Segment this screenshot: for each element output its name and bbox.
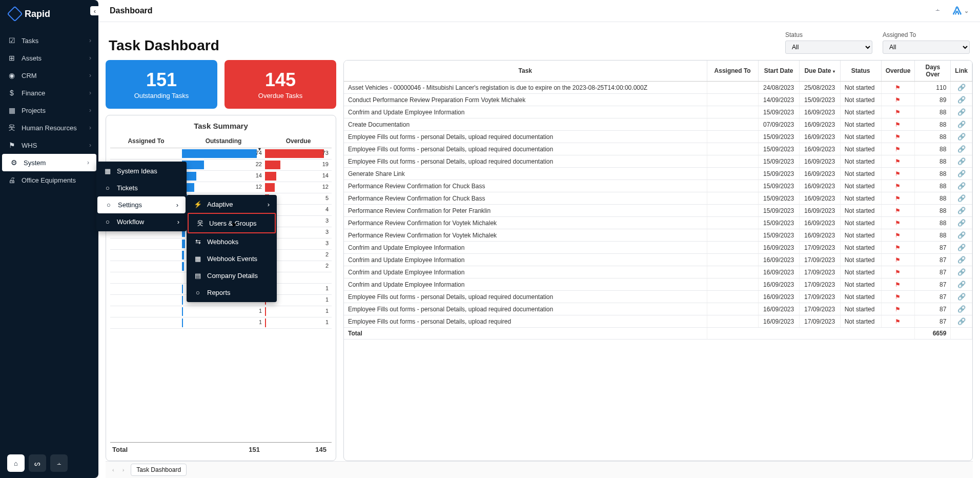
filters: Status All Assigned To All (785, 31, 970, 54)
chevron-right-icon: › (89, 89, 91, 96)
col-overdue[interactable]: Overdue (265, 134, 332, 148)
link-icon[interactable]: 🔗 (957, 133, 966, 141)
bookmark-button[interactable]: ⫠ (50, 454, 68, 472)
table-row[interactable]: Confrim and Update Employee Information1… (344, 242, 972, 254)
filter-status: Status All (785, 31, 872, 54)
bookmark-outline-icon[interactable]: ⫠ (934, 6, 945, 16)
table-row[interactable]: Employee Fills out forms - personal Deta… (344, 291, 972, 303)
card-overdue[interactable]: 145 Overdue Tasks (224, 60, 336, 109)
submenu-item-system-ideas[interactable]: ▦System Ideas (96, 163, 187, 180)
table-header[interactable]: Days Over (915, 61, 951, 82)
sidebar-item-hr[interactable]: 웃Human Resources› (0, 119, 98, 136)
brand-logo-icon[interactable]: ⩓ ⌄ (952, 4, 969, 17)
link-icon[interactable]: 🔗 (957, 268, 966, 276)
chevron-right-icon: › (87, 159, 89, 166)
link-icon[interactable]: 🔗 (957, 96, 966, 104)
table-row[interactable]: Performance Review Confirmation for Voyt… (344, 229, 972, 242)
tab-prev-button[interactable]: ‹ (111, 467, 116, 473)
sidebar-nav: ☑Tasks› ⊞Assets› ◉CRM› $Finance› ▦Projec… (0, 28, 98, 448)
bottom-tabs: ‹ › Task Dashboard (106, 461, 973, 478)
link-icon[interactable]: 🔗 (957, 145, 966, 153)
col-outstanding[interactable]: Outstanding▼ (182, 134, 265, 148)
sidebar-item-whs[interactable]: ⚑WHS› (0, 136, 98, 154)
link-icon[interactable]: 🔗 (957, 108, 966, 116)
table-row[interactable]: Performance Review Confirmation for Chuc… (344, 192, 972, 205)
sidebar-item-tasks[interactable]: ☑Tasks› (0, 32, 98, 49)
table-row[interactable]: Generate Share Link15/09/202316/09/2023N… (344, 168, 972, 180)
link-icon[interactable]: 🔗 (957, 219, 966, 227)
link-icon[interactable]: 🔗 (957, 182, 966, 190)
table-row[interactable]: Conduct Performance Review Preparation F… (344, 94, 972, 106)
link-icon[interactable]: 🔗 (957, 194, 966, 202)
link-icon[interactable]: 🔗 (957, 305, 966, 313)
topbar: Dashboard ⫠ ⩓ ⌄ (98, 0, 980, 22)
table-total-row: Total 6659 (344, 328, 972, 340)
flag-icon: ⚑ (895, 158, 901, 165)
link-icon[interactable]: 🔗 (957, 157, 966, 165)
tab-task-dashboard[interactable]: Task Dashboard (131, 464, 187, 476)
submenu-item-workflow[interactable]: ○Workflow› (96, 213, 187, 230)
link-icon[interactable]: 🔗 (957, 170, 966, 177)
table-row[interactable]: Confrim and Update Employee Information1… (344, 254, 972, 266)
table-row[interactable]: Performance Review Confirmation for Chuc… (344, 180, 972, 192)
table-row[interactable]: Performance Review Confirmation for Voyt… (344, 217, 972, 229)
flag-icon: ⚑ (895, 133, 901, 141)
table-row[interactable]: Employee Fills out forms - personal Deta… (344, 131, 972, 143)
submenu-item-tickets[interactable]: ○Tickets (96, 180, 187, 196)
sidebar-collapse-button[interactable]: ‹ (90, 6, 99, 15)
home-button[interactable]: ⌂ (7, 454, 25, 472)
filter-assigned-select[interactable]: All (883, 41, 970, 54)
sidebar-item-office-equip[interactable]: 🖨Office Equipments (0, 171, 98, 189)
company-icon: ▤ (194, 272, 202, 280)
sidebar-item-assets[interactable]: ⊞Assets› (0, 49, 98, 67)
adaptive-icon: ⚡ (194, 201, 202, 208)
filter-status-select[interactable]: All (785, 41, 872, 54)
logo-text: Rapid (25, 9, 50, 19)
sidebar-item-system[interactable]: ⚙System› (2, 154, 96, 171)
table-header[interactable]: Task (344, 61, 707, 82)
col-assigned[interactable]: Assigned To (110, 134, 182, 148)
card-outstanding[interactable]: 151 Outstanding Tasks (106, 60, 217, 109)
link-icon[interactable]: 🔗 (957, 293, 966, 301)
submenu-item-reports[interactable]: ○Reports (187, 284, 277, 301)
table-row[interactable]: Employee Fills out forms - personal Deta… (344, 315, 972, 328)
table-row[interactable]: Employee Fills out forms - personal Deta… (344, 155, 972, 168)
table-header[interactable]: Overdue (881, 61, 915, 82)
sidebar-item-crm[interactable]: ◉CRM› (0, 67, 98, 84)
submenu-item-webhooks[interactable]: ⇆Webhooks (187, 233, 277, 250)
link-icon[interactable]: 🔗 (957, 244, 966, 251)
link-icon[interactable]: 🔗 (957, 121, 966, 128)
table-row[interactable]: Confrim and Update Employee Information1… (344, 106, 972, 118)
table-row[interactable]: Employee Fills out forms - personal Deta… (344, 143, 972, 155)
link-icon[interactable]: 🔗 (957, 256, 966, 264)
table-header[interactable]: Status (840, 61, 881, 82)
sidebar-item-finance[interactable]: $Finance› (0, 84, 98, 102)
table-header[interactable]: Start Date (758, 61, 799, 82)
table-row[interactable]: Performance Review Confirmation for Pete… (344, 205, 972, 217)
table-header[interactable]: Link (951, 61, 972, 82)
flag-icon: ⚑ (895, 121, 901, 128)
link-icon[interactable]: 🔗 (957, 207, 966, 214)
link-icon[interactable]: 🔗 (957, 317, 966, 325)
whs-icon: ⚑ (7, 141, 16, 150)
submenu-item-adaptive[interactable]: ⚡Adaptive› (187, 196, 277, 213)
tab-next-button[interactable]: › (121, 467, 126, 473)
link-icon[interactable]: 🔗 (957, 281, 966, 288)
table-scroll[interactable]: TaskAssigned ToStart DateDue Date ▾Statu… (344, 61, 972, 461)
link-icon[interactable]: 🔗 (957, 231, 966, 239)
submenu-item-settings[interactable]: ○Settings› (97, 196, 186, 213)
sidebar-item-projects[interactable]: ▦Projects› (0, 102, 98, 119)
link-icon[interactable]: 🔗 (957, 84, 966, 91)
task-table-panel: TaskAssigned ToStart DateDue Date ▾Statu… (343, 60, 973, 461)
submenu-item-webhook-events[interactable]: ▦Webhook Events (187, 250, 277, 267)
table-row[interactable]: Confrim and Update Employee Information1… (344, 266, 972, 278)
table-header[interactable]: Due Date ▾ (799, 61, 840, 82)
table-header[interactable]: Assigned To (707, 61, 758, 82)
sitemap-button[interactable]: ᔕ (29, 454, 46, 472)
table-row[interactable]: Asset Vehicles - 00000046 - Mitsubishi L… (344, 82, 972, 94)
submenu-item-company-details[interactable]: ▤Company Details (187, 267, 277, 284)
events-icon: ▦ (194, 255, 202, 263)
table-row[interactable]: Employee Fills out forms - personal Deta… (344, 303, 972, 315)
table-row[interactable]: Confrim and Update Employee Information1… (344, 278, 972, 291)
table-row[interactable]: Create Documentation07/09/202316/09/2023… (344, 118, 972, 131)
